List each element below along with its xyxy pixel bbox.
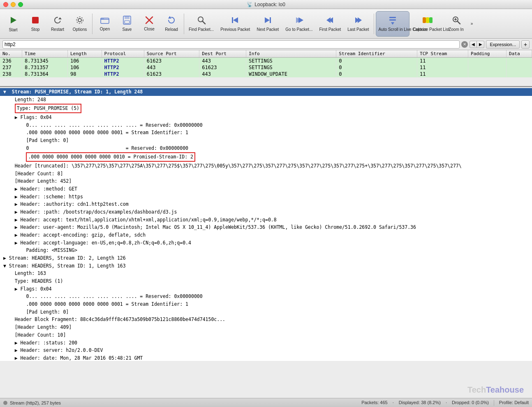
detail-line[interactable]: ▶ Header: date: Mon, 28 Mar 2016 05:48:2… [0, 354, 532, 361]
toolbar-sep-1 [92, 14, 93, 34]
expression-button[interactable]: Expression... [486, 40, 520, 49]
status-left: Stream (http2), 257 bytes [3, 400, 358, 405]
cell-src-port: 61623 [144, 58, 199, 65]
open-icon [100, 16, 109, 26]
cell-padding [468, 58, 507, 65]
table-row[interactable]: 237 8.731357 106 HTTP2 443 61623 SETTING… [0, 64, 532, 71]
detail-line[interactable]: ▶ Header: :authority: cdn1.http2test.com [0, 200, 532, 208]
stop-icon [31, 16, 40, 26]
cell-no: 236 [0, 58, 22, 65]
detail-line[interactable]: ▶ Header: server: h2o/2.0.0-DEV [0, 347, 532, 354]
table-row[interactable]: 238 8.731364 98 HTTP2 61623 443 WINDOW_U… [0, 71, 532, 77]
open-button[interactable]: Open [94, 11, 116, 37]
col-stream-id[interactable]: Stream Identifier [336, 50, 417, 58]
detail-area[interactable]: ▼ Stream: PUSH_PROMISE, Stream ID: 1, Le… [0, 87, 532, 361]
close-button[interactable] [3, 2, 8, 7]
detail-line[interactable]: ▶ Flags: 0x04 [0, 114, 532, 121]
minimize-button[interactable] [11, 2, 16, 7]
svg-rect-26 [389, 19, 396, 21]
filter-next-button[interactable]: ▶ [477, 41, 484, 48]
add-filter-button[interactable]: + [521, 40, 530, 49]
first-packet-button[interactable]: First Packet [316, 11, 344, 37]
col-length[interactable]: Length [67, 50, 102, 58]
col-protocol[interactable]: Protocol [102, 50, 144, 58]
col-src-port[interactable]: Source Port [144, 50, 199, 58]
detail-line[interactable]: ▶ Header: :scheme: https [0, 193, 532, 201]
col-info[interactable]: Info [246, 50, 336, 58]
options-button[interactable]: Options [69, 11, 90, 37]
detail-line: .000 0000 0000 0000 0000 0000 0001 = Str… [0, 300, 532, 308]
col-dst-port[interactable]: Dest Port [199, 50, 246, 58]
cell-info: SETTINGS [246, 58, 336, 65]
detail-line: 0 = Reserved: 0x00000000 [0, 144, 532, 152]
col-time[interactable]: Time [22, 50, 68, 58]
col-no[interactable]: No. [0, 50, 22, 58]
go-to-packet-icon [294, 16, 303, 26]
cell-data [507, 58, 532, 65]
svg-rect-8 [125, 16, 130, 19]
svg-rect-28 [423, 17, 426, 23]
save-button[interactable]: Save [116, 11, 138, 37]
detail-line[interactable]: ▶ Stream: HEADERS, Stream ID: 2, Length … [0, 254, 532, 262]
detail-line: 0... .... .... .... .... .... .... .... … [0, 121, 532, 129]
detail-line: [Header Count: 10] [0, 331, 532, 339]
find-packet-label: Find Packet... [189, 27, 214, 32]
svg-line-32 [457, 21, 460, 24]
find-packet-button[interactable]: Find Packet... [186, 11, 217, 37]
save-label: Save [123, 27, 132, 32]
toolbar-sep-3 [374, 14, 374, 34]
cell-dst-port: 61623 [199, 64, 246, 71]
cell-protocol: HTTP2 [102, 58, 144, 65]
dropped-count: Dropped: 0 (0.0%) [452, 400, 489, 406]
next-packet-button[interactable]: Next Packet [254, 11, 282, 37]
stop-button[interactable]: Stop [25, 11, 46, 37]
detail-line[interactable]: ▶ Flags: 0x04 [0, 285, 532, 293]
cell-stream-id: 0 [336, 64, 417, 71]
detail-line[interactable]: ▶ Header: :status: 200 [0, 339, 532, 347]
close-capture-button[interactable]: Close [139, 11, 160, 37]
filter-clear-button[interactable]: ✕ [461, 41, 468, 48]
start-button[interactable]: Start [2, 11, 24, 37]
detail-line[interactable]: ▶ Header: accept-encoding: gzip, deflate… [0, 231, 532, 239]
cell-protocol: HTTP2 [102, 64, 144, 71]
profile: Profile: Default [499, 400, 529, 406]
auto-scroll-label: Auto Scroll in Live Capture [379, 27, 407, 32]
cell-time: 8.731357 [22, 64, 68, 71]
maximize-button[interactable] [18, 2, 23, 7]
auto-scroll-button[interactable]: Auto Scroll in Live Capture [376, 11, 409, 37]
cell-tcp-stream: 11 [417, 58, 468, 65]
restart-button[interactable]: Restart [47, 11, 68, 37]
last-packet-icon [354, 16, 363, 26]
svg-point-4 [76, 17, 83, 23]
filter-bar: ✕ ◀ ▶ Expression... + [0, 39, 532, 50]
status-sep-1: · [393, 400, 394, 406]
detail-line[interactable]: ▶ Header: accept-language: en-US,en;q=0.… [0, 239, 532, 247]
filter-input[interactable] [2, 40, 460, 49]
col-tcp-stream[interactable]: TCP Stream [417, 50, 468, 58]
go-to-packet-button[interactable]: Go to Packet... [282, 11, 315, 37]
table-row[interactable]: 236 8.731345 106 HTTP2 61623 443 SETTING… [0, 58, 532, 65]
last-packet-button[interactable]: Last Packet [345, 11, 372, 37]
filter-navigation: ◀ ▶ [470, 41, 484, 48]
packet-list-area: No. Time Length Protocol Source Port Des… [0, 50, 532, 87]
col-padding[interactable]: Padding [468, 50, 507, 58]
toolbar: Start Stop Restart Options Open Save [0, 9, 532, 39]
detail-line[interactable]: ▶ Header: accept: text/html,application/… [0, 216, 532, 224]
reload-button[interactable]: Reload [161, 11, 182, 37]
svg-marker-12 [168, 16, 171, 19]
previous-packet-button[interactable]: Previous Packet [217, 11, 253, 37]
detail-line[interactable]: ▼ Stream: HEADERS, Stream ID: 1, Length … [0, 262, 532, 270]
cell-dst-port: 443 [199, 58, 246, 65]
svg-rect-25 [389, 17, 396, 18]
stream-header[interactable]: ▼ Stream: PUSH_PROMISE, Stream ID: 1, Le… [0, 88, 532, 96]
detail-line[interactable]: ▶ Header: :method: GET [0, 185, 532, 193]
detail-line[interactable]: ▶ Header: :path: /bootstrap/docs/example… [0, 208, 532, 216]
filter-prev-button[interactable]: ◀ [470, 41, 477, 48]
colorize-button[interactable]: Colorize Packet List [410, 11, 445, 37]
zoom-in-button[interactable]: Zoom In [446, 11, 467, 37]
options-label: Options [73, 27, 87, 32]
detail-line[interactable]: ▶ Header: user-agent: Mozilla/5.0 (Macin… [0, 223, 532, 231]
more-button[interactable]: » [468, 11, 476, 37]
col-data[interactable]: Data [507, 50, 532, 58]
cell-data [507, 71, 532, 77]
